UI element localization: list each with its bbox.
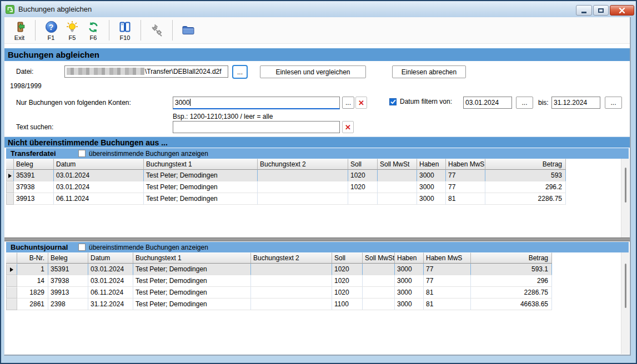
table-cell[interactable]: 1020: [348, 170, 378, 181]
column-header[interactable]: Haben MwS: [446, 159, 485, 170]
table-cell[interactable]: 296.2: [485, 181, 566, 193]
table-cell[interactable]: [251, 287, 332, 299]
table-cell[interactable]: [251, 299, 332, 310]
table-cell[interactable]: 81: [424, 299, 471, 310]
table-cell[interactable]: 81: [446, 193, 485, 205]
table-row[interactable]: 18293991306.11.2024Test Peter; Demodinge…: [6, 287, 630, 299]
title-bar[interactable]: Buchungen abgleichen: [1, 1, 636, 17]
column-header[interactable]: Beleg: [48, 252, 88, 264]
disconnect-button[interactable]: [146, 17, 167, 43]
table-cell[interactable]: 593: [485, 170, 566, 181]
column-header[interactable]: Betrag: [471, 252, 552, 264]
table-cell[interactable]: 77: [446, 181, 485, 193]
table-cell[interactable]: 03.01.2024: [88, 275, 133, 287]
table-cell[interactable]: 39913: [14, 193, 54, 205]
current-row-marker[interactable]: [6, 170, 14, 181]
table-cell[interactable]: 77: [446, 170, 485, 181]
column-header[interactable]: Soll: [332, 252, 363, 264]
table-cell[interactable]: [363, 275, 395, 287]
table-cell[interactable]: Test Peter; Demodingen: [133, 275, 251, 287]
column-header[interactable]: Soll: [348, 159, 378, 170]
table-cell[interactable]: 03.01.2024: [88, 264, 133, 275]
table-cell[interactable]: 2286.75: [471, 287, 552, 299]
table-cell[interactable]: 35391: [14, 170, 54, 181]
column-header[interactable]: Beleg: [14, 159, 54, 170]
exit-button[interactable]: Exit: [9, 17, 30, 43]
row-selector[interactable]: [6, 181, 14, 193]
current-row-marker[interactable]: [6, 264, 17, 275]
columns-f10-button[interactable]: F10: [114, 17, 136, 43]
minimize-button[interactable]: [576, 5, 592, 16]
date-filter-checkbox[interactable]: [389, 98, 397, 105]
table-cell[interactable]: Test Peter; Demodingen: [144, 170, 258, 181]
table-cell[interactable]: Test Peter; Demodingen: [133, 264, 251, 275]
column-header[interactable]: B-Nr.: [17, 252, 48, 264]
column-header[interactable]: Datum: [88, 252, 133, 264]
table-cell[interactable]: [363, 264, 395, 275]
table-cell[interactable]: [258, 181, 348, 193]
column-header[interactable]: Buchungstext 1: [144, 159, 258, 170]
scrollbar-thumb[interactable]: [625, 264, 626, 308]
hint-f5-button[interactable]: F5: [62, 17, 83, 43]
table-cell[interactable]: 37938: [14, 181, 54, 193]
text-search-clear-button[interactable]: ✕: [342, 121, 354, 133]
close-button[interactable]: [610, 5, 634, 16]
table-cell[interactable]: 1829: [17, 287, 48, 299]
journal-vertical-scrollbar[interactable]: [621, 252, 629, 354]
date-to-more-button[interactable]: ...: [605, 97, 622, 109]
table-cell[interactable]: 06.11.2024: [54, 193, 144, 205]
read-compare-button[interactable]: Einlesen und vergleichen: [260, 65, 366, 78]
table-row[interactable]: 2861239831.12.2024Test Peter; Demodingen…: [6, 299, 630, 310]
table-row[interactable]: 3539103.01.2024Test Peter; Demodingen102…: [6, 170, 630, 181]
column-header[interactable]: Betrag: [485, 159, 566, 170]
refresh-f6-button[interactable]: F6: [83, 17, 104, 43]
table-row[interactable]: 143793803.01.2024Test Peter; Demodingen1…: [6, 275, 630, 287]
transfer-show-matching-checkbox[interactable]: [78, 150, 86, 157]
table-cell[interactable]: 3000: [417, 170, 446, 181]
table-cell[interactable]: 1100: [332, 299, 363, 310]
column-header[interactable]: Haben: [395, 252, 424, 264]
table-cell[interactable]: 1020: [332, 264, 363, 275]
date-from-input[interactable]: [463, 97, 512, 109]
table-cell[interactable]: 03.01.2024: [54, 170, 144, 181]
maximize-button[interactable]: [593, 5, 609, 16]
column-header[interactable]: Datum: [54, 159, 144, 170]
table-cell[interactable]: 296: [471, 275, 552, 287]
table-cell[interactable]: [258, 170, 348, 181]
table-cell[interactable]: [348, 193, 378, 205]
table-cell[interactable]: 1020: [332, 287, 363, 299]
journal-show-matching-checkbox[interactable]: [78, 244, 86, 251]
table-cell[interactable]: 37938: [48, 275, 88, 287]
table-cell[interactable]: [378, 170, 417, 181]
help-f1-button[interactable]: ? F1: [41, 17, 62, 43]
column-header[interactable]: Buchungstext 2: [258, 159, 348, 170]
table-row[interactable]: 13539103.01.2024Test Peter; Demodingen10…: [6, 264, 630, 275]
row-selector[interactable]: [6, 299, 17, 310]
column-header[interactable]: Buchungstext 2: [251, 252, 332, 264]
table-cell[interactable]: 1: [17, 264, 48, 275]
table-cell[interactable]: 2861: [17, 299, 48, 310]
column-header[interactable]: Haben MwS: [424, 252, 471, 264]
table-cell[interactable]: 14: [17, 275, 48, 287]
table-cell[interactable]: Test Peter; Demodingen: [133, 299, 251, 310]
table-cell[interactable]: Test Peter; Demodingen: [144, 193, 258, 205]
accounts-more-button[interactable]: ...: [342, 97, 354, 109]
table-cell[interactable]: 2286.75: [485, 193, 566, 205]
table-cell[interactable]: [378, 193, 417, 205]
column-header[interactable]: Soll MwSt: [363, 252, 395, 264]
table-cell[interactable]: [258, 193, 348, 205]
read-cancel-button[interactable]: Einlesen abrechen: [392, 65, 466, 78]
column-header[interactable]: Buchungstext 1: [133, 252, 251, 264]
table-row[interactable]: 3991306.11.2024Test Peter; Demodingen300…: [6, 193, 630, 205]
table-cell[interactable]: Test Peter; Demodingen: [144, 181, 258, 193]
table-cell[interactable]: 3000: [395, 275, 424, 287]
row-selector[interactable]: [6, 287, 17, 299]
table-cell[interactable]: 77: [424, 264, 471, 275]
table-cell[interactable]: 593.1: [471, 264, 552, 275]
row-selector[interactable]: [6, 193, 14, 205]
table-cell[interactable]: [378, 181, 417, 193]
table-cell[interactable]: 3000: [417, 181, 446, 193]
file-path-input[interactable]: \Transfer\DEBIall2024.d2f: [64, 65, 228, 78]
row-selector[interactable]: [6, 275, 17, 287]
table-cell[interactable]: 3000: [395, 299, 424, 310]
